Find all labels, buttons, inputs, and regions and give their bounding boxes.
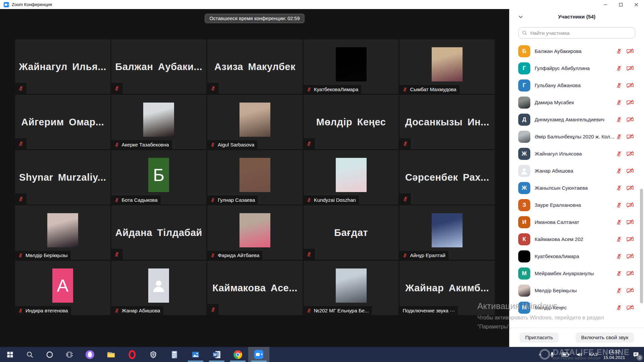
video-tile[interactable]: №202 МГ Ельнура Бе...: [304, 261, 399, 315]
participant-row[interactable]: К Каймакова Асем 202: [509, 231, 644, 248]
participant-row[interactable]: М Мейрамбек Ануарханулы: [509, 265, 644, 282]
taskbar-egg-browser-icon[interactable]: [79, 347, 100, 362]
video-tile[interactable]: Айгерим Омар...: [15, 95, 110, 149]
video-tile[interactable]: Фарида Айтбаева: [207, 205, 303, 260]
mic-muted-icon: [616, 168, 622, 174]
tile-name-label: Aigul Sarbasova: [207, 140, 257, 149]
letter-avatar: З: [518, 199, 530, 211]
participant-row[interactable]: Ж Жайнагул Ильясова: [509, 145, 644, 162]
video-tile[interactable]: Бағдат: [304, 205, 399, 260]
participants-title: Участники (54): [558, 14, 596, 20]
taskbar-cortana-icon[interactable]: [40, 347, 59, 362]
video-gallery-area: Оставшееся время конференции: 02:59 Жайн…: [0, 9, 509, 347]
tray-chevron-up-icon[interactable]: [534, 347, 546, 362]
chevron-down-icon[interactable]: [518, 14, 523, 21]
photo-avatar: [518, 131, 530, 143]
participant-row[interactable]: Г Гулфайрус Абибуллина: [509, 60, 644, 77]
participant-search-box[interactable]: [518, 27, 635, 39]
unmute-self-button[interactable]: Включить свой звук: [576, 333, 634, 343]
close-button[interactable]: [629, 0, 644, 9]
video-tile[interactable]: Жайнар Акимб...Подключение звука ···: [399, 261, 495, 315]
video-tile[interactable]: Айдана Тілдабай: [111, 205, 207, 260]
maximize-button[interactable]: [613, 0, 629, 9]
video-off-icon: [626, 150, 634, 157]
tray-battery-icon[interactable]: [558, 347, 573, 362]
person-silhouette-icon: [520, 167, 529, 175]
video-tile[interactable]: КуатбековаЛимара: [304, 40, 399, 94]
running-indicator: [188, 361, 203, 362]
video-tile[interactable]: Сымбат Махмудова: [399, 40, 495, 94]
tray-action-center-icon[interactable]: 3: [628, 347, 644, 362]
video-off-icon: [626, 202, 634, 208]
mic-muted-icon: [210, 142, 215, 147]
tile-label-text: КуатбековаЛимара: [314, 86, 359, 92]
participant-row[interactable]: Мөлдір Берікқызы: [509, 282, 644, 299]
mic-muted-icon: [402, 253, 408, 258]
video-off-icon: [626, 116, 634, 123]
taskbar-world-of-tanks-icon[interactable]: [143, 347, 164, 362]
photo-avatar: [518, 97, 530, 109]
mic-muted-icon: [18, 308, 23, 313]
video-tile[interactable]: Каймакова Асе...: [207, 261, 303, 315]
participant-row[interactable]: Д Динмухамед Амангельдиевич: [509, 111, 644, 128]
participants-scrollbar[interactable]: [640, 189, 643, 303]
participants-list: Б Балжан Аубакирова Г Гулфайрус Абибулли…: [509, 43, 644, 317]
person-silhouette-icon: [151, 278, 166, 293]
search-input[interactable]: [530, 30, 632, 36]
video-tile[interactable]: Гулнар Сазаева: [207, 150, 303, 204]
tray-clock[interactable]: 14:32 15.04.2021: [600, 347, 628, 362]
mic-muted-icon: [18, 141, 24, 146]
video-tile[interactable]: Shynar Murzaliy...: [15, 150, 110, 204]
participant-row[interactable]: Г Гульбану Абжанова: [509, 77, 644, 94]
taskbar-search-icon[interactable]: [20, 347, 40, 362]
video-tile[interactable]: Жанар Абишова: [111, 261, 207, 315]
participant-row[interactable]: М Мөлдір Кеңес: [509, 299, 644, 316]
mic-muted-icon: [616, 150, 622, 157]
tray-language-indicator[interactable]: КАЗ: [586, 347, 600, 362]
video-tile[interactable]: Сәрсенбек Рах...: [399, 150, 495, 204]
video-tile[interactable]: Мөлдір Кеңес: [304, 95, 399, 149]
taskbar-start-icon[interactable]: [0, 347, 20, 362]
participant-row[interactable]: Дамира Мусабек: [509, 94, 644, 111]
video-tile[interactable]: Акерке Тазабековна: [111, 95, 207, 149]
taskbar-explorer-icon[interactable]: [100, 347, 121, 362]
taskbar-taskview-icon[interactable]: [59, 347, 79, 362]
mic-muted-icon: [18, 85, 24, 91]
video-tile[interactable]: Мөлдір Берікқызы: [15, 205, 110, 260]
photo-avatar: [143, 103, 174, 137]
minimize-button[interactable]: [598, 0, 613, 9]
participant-row[interactable]: И Иманова Салтанат: [509, 214, 644, 231]
taskbar-zoom-icon[interactable]: [248, 347, 269, 362]
participant-row[interactable]: З Зауре Ералхановна: [509, 196, 644, 214]
participant-name: Гулфайрус Абибуллина: [535, 65, 616, 71]
tray-microphone-icon[interactable]: [546, 347, 558, 362]
participant-row[interactable]: Б Балжан Аубакирова: [509, 43, 644, 60]
taskbar-opera-icon[interactable]: [121, 347, 143, 362]
taskbar-chrome-icon[interactable]: [227, 347, 248, 362]
video-tile[interactable]: Азиза Макулбек: [207, 40, 303, 94]
tile-label-text: Aigul Sarbasova: [218, 142, 254, 147]
video-tile[interactable]: Kundyzai Doszhan: [304, 150, 399, 204]
video-tile[interactable]: Айнұр Ералтай: [399, 205, 495, 260]
video-tile[interactable]: Жайнагул Илья...: [15, 40, 110, 94]
tray-speaker-icon[interactable]: [573, 347, 586, 362]
video-tile[interactable]: АИндира өтегенова: [15, 261, 110, 315]
video-tile[interactable]: Досанкызы Ин...: [399, 95, 495, 149]
participant-row[interactable]: Әмір Балғынбекұлы 2020 ж. Кол...: [509, 128, 644, 145]
muted-mic-indicator: [15, 138, 26, 149]
taskbar-calculator-icon[interactable]: [164, 347, 185, 362]
taskbar-word-icon[interactable]: W: [206, 347, 227, 362]
invite-button[interactable]: Пригласить: [520, 333, 559, 343]
tile-label-text: №202 МГ Ельнура Бе...: [314, 308, 369, 313]
video-tile[interactable]: Aigul Sarbasova: [207, 95, 303, 149]
video-tile[interactable]: Балжан Аубаки...: [111, 40, 207, 94]
taskbar-photos-icon[interactable]: [185, 347, 206, 362]
participant-row[interactable]: Жанар Абишова: [509, 162, 644, 179]
letter-avatar: К: [518, 233, 530, 245]
muted-mic-indicator: [207, 83, 219, 94]
participant-row[interactable]: КуатбековаЛимара: [509, 248, 644, 265]
participant-display-name: Сәрсенбек Рах...: [402, 172, 492, 183]
video-tile[interactable]: ББота Садыкова: [111, 150, 207, 204]
muted-mic-indicator: [15, 193, 26, 204]
participant-row[interactable]: Ж Жанылсын Суюнтаева: [509, 179, 644, 196]
